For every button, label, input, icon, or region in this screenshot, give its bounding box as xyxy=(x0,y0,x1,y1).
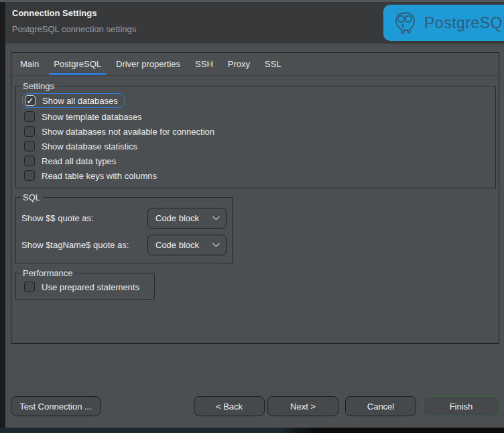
settings-group-legend: Settings xyxy=(21,81,57,91)
checkbox-box xyxy=(24,141,35,151)
checkbox-box xyxy=(24,170,35,181)
background-bottom-strip xyxy=(0,428,504,433)
settings-group: Settings ✓ Show all databases Show templ… xyxy=(15,81,496,188)
cancel-button[interactable]: Cancel xyxy=(345,396,416,416)
dialog-header: Connection Settings PostgreSQL connectio… xyxy=(5,2,504,44)
postgresql-logo-badge: PostgreSQL xyxy=(383,5,504,41)
dollar-quote-row: Show $$ quote as: Code block xyxy=(21,208,227,229)
tab-proxy[interactable]: Proxy xyxy=(223,53,255,75)
chevron-down-icon xyxy=(212,216,220,221)
connection-settings-dialog: Connection Settings PostgreSQL connectio… xyxy=(5,2,504,428)
postgresql-logo-text: PostgreSQL xyxy=(424,14,504,32)
page-title: Connection Settings xyxy=(12,8,97,18)
dollar-quote-label: Show $$ quote as: xyxy=(21,213,147,223)
checkbox-checked-icon: ✓ xyxy=(25,95,36,106)
checkbox-read-table-keys[interactable]: Read table keys with columns xyxy=(21,168,490,183)
tab-ssh[interactable]: SSH xyxy=(190,53,218,75)
checkbox-box xyxy=(24,126,35,137)
tab-driver-properties[interactable]: Driver properties xyxy=(111,53,185,75)
finish-button[interactable]: Finish xyxy=(423,396,499,416)
checkbox-box xyxy=(24,282,35,292)
tab-folder: Main PostgreSQL Driver properties SSH Pr… xyxy=(11,52,499,344)
screen: Connection Settings PostgreSQL connectio… xyxy=(0,0,504,433)
checkbox-show-template-databases[interactable]: Show template databases xyxy=(21,109,490,124)
performance-group: Performance Use prepared statements xyxy=(15,268,155,300)
sql-group: SQL Show $$ quote as: Code block Show $t… xyxy=(15,192,233,263)
sql-group-legend: SQL xyxy=(21,192,43,202)
checkbox-show-database-statistics[interactable]: Show database statistics xyxy=(21,139,490,153)
back-button[interactable]: < Back xyxy=(194,396,265,416)
test-connection-button[interactable]: Test Connection ... xyxy=(11,396,101,416)
next-button[interactable]: Next > xyxy=(267,396,338,416)
chevron-down-icon xyxy=(212,243,220,247)
tab-bar: Main PostgreSQL Driver properties SSH Pr… xyxy=(11,53,499,76)
window-left-edge xyxy=(0,2,5,433)
checkbox-box xyxy=(24,111,35,122)
tagname-quote-row: Show $tagName$ quote as: Code block xyxy=(21,235,227,255)
checkbox-show-all-databases[interactable]: ✓ Show all databases xyxy=(22,93,125,108)
checkbox-box xyxy=(24,156,35,166)
tagname-quote-select[interactable]: Code block xyxy=(147,235,227,255)
tab-main[interactable]: Main xyxy=(15,53,44,75)
dialog-footer: Test Connection ... < Back Next > Cancel… xyxy=(5,396,504,416)
checkbox-show-databases-not-available[interactable]: Show databases not available for connect… xyxy=(21,124,490,139)
wizard-buttons: < Back Next > Cancel Finish xyxy=(194,396,499,416)
tab-ssl[interactable]: SSL xyxy=(260,53,286,75)
checkbox-read-all-data-types[interactable]: Read all data types xyxy=(21,153,490,168)
tab-postgresql[interactable]: PostgreSQL xyxy=(49,53,106,75)
dollar-quote-select[interactable]: Code block xyxy=(147,208,227,229)
page-subtitle: PostgreSQL connection settings xyxy=(12,24,136,34)
postgresql-elephant-icon xyxy=(393,9,418,36)
checkbox-use-prepared-statements[interactable]: Use prepared statements xyxy=(21,280,149,294)
tagname-quote-label: Show $tagName$ quote as: xyxy=(21,240,147,250)
performance-group-legend: Performance xyxy=(21,268,75,278)
